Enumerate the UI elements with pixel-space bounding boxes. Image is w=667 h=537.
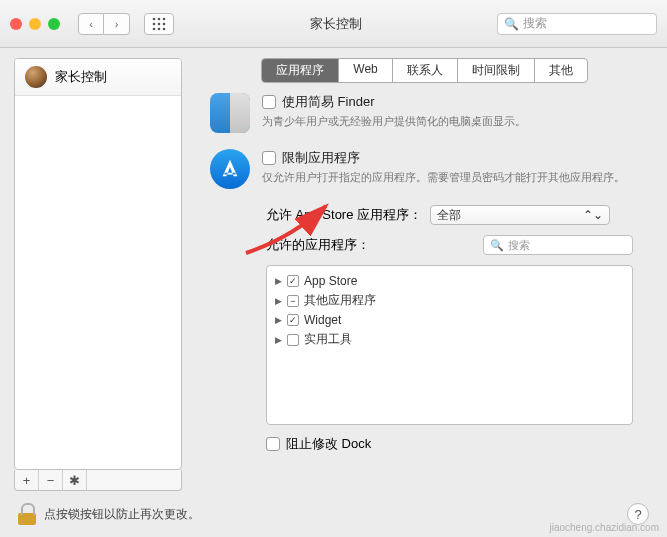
tree-row[interactable]: ▶✓Widget bbox=[275, 311, 624, 329]
svg-point-6 bbox=[153, 27, 156, 30]
user-row[interactable]: 家长控制 bbox=[15, 59, 181, 96]
finder-icon bbox=[210, 93, 250, 133]
actions-menu-button[interactable]: ✱ bbox=[63, 470, 87, 490]
simple-finder-label: 使用简易 Finder bbox=[282, 93, 374, 111]
limit-apps-desc: 仅允许用户打开指定的应用程序。需要管理员密码才能打开其他应用程序。 bbox=[262, 170, 653, 185]
tree-label: App Store bbox=[304, 274, 357, 288]
avatar bbox=[25, 66, 47, 88]
search-icon: 🔍 bbox=[504, 17, 519, 31]
tabs: 应用程序Web联系人时间限制其他 bbox=[196, 58, 653, 83]
minimize-icon[interactable] bbox=[29, 18, 41, 30]
user-list[interactable]: 家长控制 bbox=[14, 58, 182, 470]
zoom-icon[interactable] bbox=[48, 18, 60, 30]
allowed-apps-tree[interactable]: ▶✓App Store▶−其他应用程序▶✓Widget▶实用工具 bbox=[266, 265, 633, 425]
disclosure-icon[interactable]: ▶ bbox=[275, 335, 282, 345]
allowed-apps-label: 允许的应用程序： bbox=[266, 236, 370, 254]
tree-row[interactable]: ▶✓App Store bbox=[275, 272, 624, 290]
tree-label: 其他应用程序 bbox=[304, 292, 376, 309]
titlebar: ‹ › 家长控制 🔍 搜索 bbox=[0, 0, 667, 48]
search-icon: 🔍 bbox=[490, 239, 504, 252]
appstore-icon bbox=[210, 149, 250, 189]
simple-finder-checkbox[interactable] bbox=[262, 95, 276, 109]
back-button[interactable]: ‹ bbox=[78, 13, 104, 35]
window-controls bbox=[10, 18, 60, 30]
sidebar: 家长控制 + − ✱ bbox=[14, 58, 182, 491]
window-title: 家长控制 bbox=[182, 15, 489, 33]
tree-label: Widget bbox=[304, 313, 341, 327]
limit-apps-label: 限制应用程序 bbox=[282, 149, 360, 167]
svg-point-0 bbox=[153, 17, 156, 20]
show-all-button[interactable] bbox=[144, 13, 174, 35]
svg-point-7 bbox=[158, 27, 161, 30]
limit-apps-checkbox[interactable] bbox=[262, 151, 276, 165]
close-icon[interactable] bbox=[10, 18, 22, 30]
svg-point-5 bbox=[163, 22, 166, 25]
tree-row[interactable]: ▶实用工具 bbox=[275, 329, 624, 350]
tab-其他[interactable]: 其他 bbox=[535, 59, 587, 82]
disclosure-icon[interactable]: ▶ bbox=[275, 276, 282, 286]
toolbar-search-input[interactable]: 🔍 搜索 bbox=[497, 13, 657, 35]
tab-web[interactable]: Web bbox=[339, 59, 392, 82]
appstore-allow-label: 允许 App Store 应用程序： bbox=[266, 206, 422, 224]
forward-button[interactable]: › bbox=[104, 13, 130, 35]
allowed-apps-search-input[interactable]: 🔍 搜索 bbox=[483, 235, 633, 255]
tree-checkbox[interactable] bbox=[287, 334, 299, 346]
tree-row[interactable]: ▶−其他应用程序 bbox=[275, 290, 624, 311]
tree-checkbox[interactable]: ✓ bbox=[287, 314, 299, 326]
lock-icon[interactable] bbox=[18, 503, 36, 525]
gear-icon: ✱ bbox=[69, 473, 80, 488]
svg-point-8 bbox=[163, 27, 166, 30]
svg-point-3 bbox=[153, 22, 156, 25]
disclosure-icon[interactable]: ▶ bbox=[275, 296, 282, 306]
prevent-dock-label: 阻止修改 Dock bbox=[286, 435, 371, 453]
add-user-button[interactable]: + bbox=[15, 470, 39, 490]
svg-point-4 bbox=[158, 22, 161, 25]
tree-checkbox[interactable]: − bbox=[287, 295, 299, 307]
appstore-allow-select[interactable]: 全部 ⌃⌄ bbox=[430, 205, 610, 225]
watermark: jiaocheng.chazidian.com bbox=[549, 522, 659, 533]
lock-text: 点按锁按钮以防止再次更改。 bbox=[44, 506, 200, 523]
remove-user-button[interactable]: − bbox=[39, 470, 63, 490]
chevron-updown-icon: ⌃⌄ bbox=[583, 208, 603, 222]
prevent-dock-checkbox[interactable] bbox=[266, 437, 280, 451]
svg-point-2 bbox=[163, 17, 166, 20]
svg-point-1 bbox=[158, 17, 161, 20]
simple-finder-desc: 为青少年用户或无经验用户提供简化的电脑桌面显示。 bbox=[262, 114, 653, 129]
user-label: 家长控制 bbox=[55, 68, 107, 86]
tab-应用程序[interactable]: 应用程序 bbox=[262, 59, 339, 82]
tab-联系人[interactable]: 联系人 bbox=[393, 59, 458, 82]
disclosure-icon[interactable]: ▶ bbox=[275, 315, 282, 325]
tree-label: 实用工具 bbox=[304, 331, 352, 348]
tree-checkbox[interactable]: ✓ bbox=[287, 275, 299, 287]
tab-时间限制[interactable]: 时间限制 bbox=[458, 59, 535, 82]
